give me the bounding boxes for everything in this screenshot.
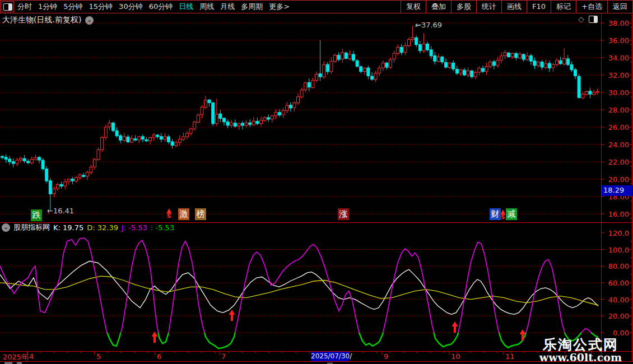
indicator-value-label: 60.00 xyxy=(601,278,629,287)
trading-app-window: 分时1分钟5分钟15分钟30分钟60分钟日线周线月线多周期更多> 复权叠加多股统… xyxy=(0,0,633,364)
indicator-k-value: K: 19.75 xyxy=(53,223,83,232)
price-label: 24.00 xyxy=(601,141,629,149)
price-label: 16.00 xyxy=(601,210,629,218)
high-annotation: ←37.69 xyxy=(415,21,442,29)
indicator-value-label: 120.0 xyxy=(601,228,629,237)
indicator-value-label: 100.0 xyxy=(601,245,629,254)
low-annotation: ←16.41 xyxy=(47,207,74,215)
ad-tag-跌[interactable]: 跌 xyxy=(31,209,42,221)
price-label: 28.00 xyxy=(601,106,629,114)
ad-tag-减[interactable]: 减 xyxy=(506,208,517,220)
month-label-7: 7 xyxy=(221,352,226,361)
year-label: 2025年 xyxy=(3,352,29,362)
indicator-header: ⌄ 股朋指标网 K: 19.75 D: 32.39 J: -5.53 : -5.… xyxy=(2,223,174,232)
signal-tag[interactable]: ▲s xyxy=(500,209,505,220)
price-label: 38.00 xyxy=(601,19,629,27)
diamond-marker-icon[interactable]: ◇ xyxy=(578,15,584,24)
indicator-chevron-down-icon[interactable]: ⌄ xyxy=(2,223,10,232)
indicator-value-label: 20.00 xyxy=(601,312,629,320)
indicator-j2-value: : -5.53 xyxy=(151,223,174,232)
ad-tag-激[interactable]: 激 xyxy=(178,208,189,220)
window-split-icon[interactable] xyxy=(589,16,598,23)
month-label-5: 5 xyxy=(96,352,101,361)
month-label-9: 9 xyxy=(384,352,388,361)
price-label: 22.00 xyxy=(601,158,629,166)
month-label-6: 6 xyxy=(157,352,161,361)
month-label-11: 11 xyxy=(505,352,515,361)
price-label: 26.00 xyxy=(601,123,629,132)
price-label: 30.00 xyxy=(601,88,629,97)
chart-canvas[interactable] xyxy=(0,0,633,364)
indicator-d-value: D: 32.39 xyxy=(87,223,118,232)
month-label-4: 4 xyxy=(29,352,34,361)
indicator-value-label: 80.00 xyxy=(601,262,629,270)
ad-tag-财[interactable]: 财 xyxy=(490,208,501,220)
price-label: 20.00 xyxy=(601,175,629,184)
crosshair-price-readout: 18.29 xyxy=(602,185,632,196)
crosshair-date-readout: 2025/07/30/三 xyxy=(311,352,349,361)
month-label-10: 10 xyxy=(451,352,460,361)
price-label: 32.00 xyxy=(601,71,629,80)
signal-tag[interactable]: ▲s xyxy=(166,208,171,218)
watermark: 乐淘公式网 www.60lt.com xyxy=(539,338,622,363)
indicator-name[interactable]: 股朋指标网 xyxy=(13,222,50,232)
watermark-url: www.60lt.com xyxy=(539,352,622,363)
price-label: 34.00 xyxy=(601,54,629,62)
ad-tag-榜[interactable]: 榜 xyxy=(195,208,206,220)
price-label: 36.00 xyxy=(601,36,629,45)
date-axis: 2025年 456791011 2025/07/30/三 xyxy=(0,352,633,361)
watermark-site-name: 乐淘公式网 xyxy=(539,338,622,352)
ad-tag-涨[interactable]: 涨 xyxy=(338,208,349,220)
indicator-value-label: 40.00 xyxy=(601,295,629,304)
indicator-value-label: 0.00 xyxy=(601,329,629,337)
indicator-j-value: J: -5.53 xyxy=(122,223,147,232)
